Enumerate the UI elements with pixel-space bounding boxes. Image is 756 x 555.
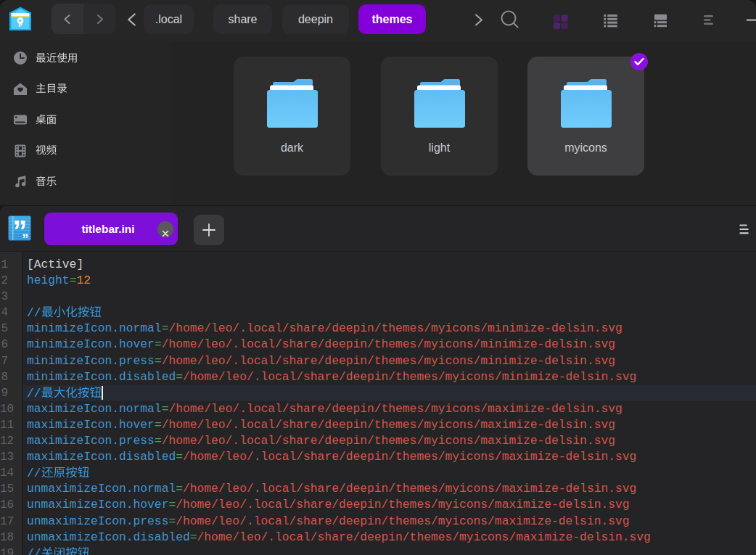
- svg-text:„: „: [22, 224, 29, 239]
